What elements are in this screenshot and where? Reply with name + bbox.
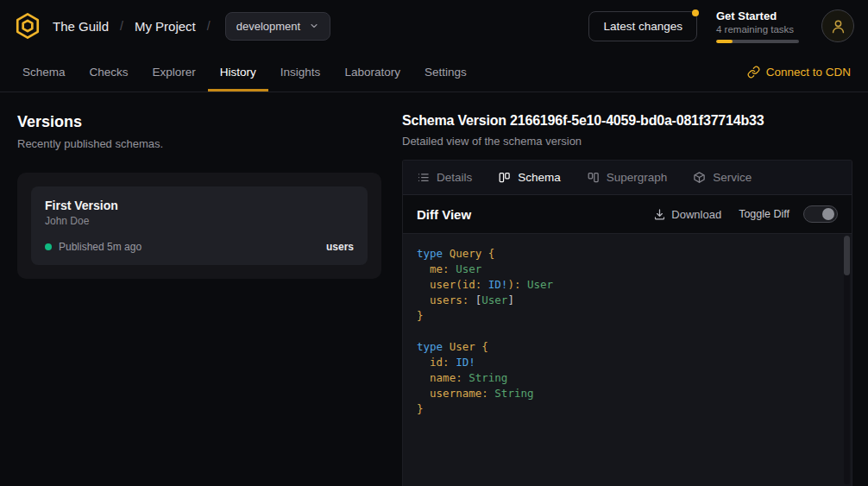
get-started-progress bbox=[716, 40, 799, 43]
toggle-diff-knob bbox=[822, 208, 834, 220]
app-root: The Guild / My Project / development Lat… bbox=[0, 0, 868, 486]
version-author: John Doe bbox=[45, 215, 354, 227]
download-button[interactable]: Download bbox=[653, 208, 721, 221]
code-scrollbar[interactable] bbox=[844, 236, 850, 484]
main-nav: Schema Checks Explorer History Insights … bbox=[0, 52, 868, 92]
download-label: Download bbox=[671, 208, 721, 221]
version-name: First Version bbox=[45, 199, 354, 212]
code-scrollbar-thumb[interactable] bbox=[844, 236, 850, 275]
cube-icon bbox=[693, 171, 706, 184]
tab-schema[interactable]: Schema bbox=[10, 52, 78, 92]
download-icon bbox=[653, 208, 666, 221]
tab-service-label: Service bbox=[713, 171, 752, 184]
versions-title: Versions bbox=[17, 113, 381, 131]
top-bar-actions: Latest changes Get Started 4 remaining t… bbox=[588, 9, 854, 43]
person-icon bbox=[830, 18, 846, 35]
link-icon bbox=[747, 66, 760, 79]
tab-schema-view[interactable]: Schema bbox=[498, 171, 561, 184]
version-status: Published 5m ago bbox=[59, 241, 142, 253]
schema-panel: Details Schema Supergraph bbox=[402, 160, 852, 486]
code-viewer[interactable]: type Query { me: User user(id: ID!): Use… bbox=[403, 233, 852, 486]
version-detail-title: Schema Version 2166196f-5e10-4059-bd0a-0… bbox=[402, 113, 852, 129]
version-service-badge: users bbox=[326, 241, 354, 253]
breadcrumb-separator: / bbox=[120, 19, 123, 33]
versions-card: First Version John Doe Published 5m ago … bbox=[17, 173, 381, 279]
schema-panel-tabs: Details Schema Supergraph bbox=[403, 161, 852, 195]
page-content: Versions Recently published schemas. Fir… bbox=[0, 92, 868, 486]
columns-icon bbox=[498, 171, 511, 184]
toggle-diff-switch[interactable] bbox=[803, 205, 838, 223]
tab-details[interactable]: Details bbox=[417, 171, 472, 184]
notification-dot bbox=[692, 9, 699, 16]
top-bar: The Guild / My Project / development Lat… bbox=[0, 0, 868, 52]
tab-explorer[interactable]: Explorer bbox=[141, 52, 208, 92]
get-started-title: Get Started bbox=[716, 9, 802, 22]
breadcrumb-project[interactable]: My Project bbox=[135, 19, 196, 34]
tab-supergraph[interactable]: Supergraph bbox=[587, 171, 668, 184]
hive-logo[interactable] bbox=[14, 12, 41, 40]
latest-changes-label: Latest changes bbox=[603, 20, 682, 33]
get-started-widget[interactable]: Get Started 4 remaining tasks bbox=[716, 9, 802, 43]
version-list-item[interactable]: First Version John Doe Published 5m ago … bbox=[31, 186, 368, 265]
versions-panel: Versions Recently published schemas. Fir… bbox=[17, 113, 381, 486]
latest-changes-button[interactable]: Latest changes bbox=[588, 11, 697, 41]
columns-alt-icon bbox=[587, 171, 600, 184]
get-started-progress-fill bbox=[716, 40, 733, 43]
tab-insights[interactable]: Insights bbox=[268, 52, 333, 92]
code-block: type Query { me: User user(id: ID!): Use… bbox=[403, 234, 852, 429]
target-selector[interactable]: development bbox=[225, 12, 330, 41]
toggle-diff-label: Toggle Diff bbox=[739, 208, 789, 220]
tab-checks[interactable]: Checks bbox=[78, 52, 141, 92]
tab-details-label: Details bbox=[437, 171, 472, 184]
get-started-subtitle: 4 remaining tasks bbox=[716, 24, 802, 35]
list-icon bbox=[417, 171, 430, 184]
user-avatar[interactable] bbox=[821, 9, 854, 42]
main-nav-tabs: Schema Checks Explorer History Insights … bbox=[10, 52, 479, 92]
diff-toolbar: Diff View Download Toggle Diff bbox=[403, 195, 852, 233]
breadcrumb: The Guild / My Project / development bbox=[14, 12, 330, 41]
connect-cdn-button[interactable]: Connect to CDN bbox=[739, 52, 859, 92]
diff-view-title: Diff View bbox=[417, 207, 471, 222]
tab-history[interactable]: History bbox=[208, 52, 268, 92]
breadcrumb-separator: / bbox=[207, 19, 211, 33]
tab-laboratory[interactable]: Laboratory bbox=[332, 52, 412, 92]
versions-subtitle: Recently published schemas. bbox=[17, 137, 381, 150]
tab-schema-view-label: Schema bbox=[518, 171, 561, 184]
version-detail-subtitle: Detailed view of the schema version bbox=[402, 135, 852, 148]
connect-cdn-label: Connect to CDN bbox=[766, 66, 851, 79]
chevron-down-icon bbox=[309, 21, 319, 31]
tab-supergraph-label: Supergraph bbox=[607, 171, 668, 184]
version-detail-panel: Schema Version 2166196f-5e10-4059-bd0a-0… bbox=[402, 113, 852, 486]
tab-service[interactable]: Service bbox=[693, 171, 752, 184]
published-dot bbox=[45, 243, 52, 250]
target-selector-value: development bbox=[236, 20, 300, 33]
hive-logo-icon bbox=[14, 12, 41, 40]
diff-actions: Download Toggle Diff bbox=[653, 205, 838, 223]
tab-settings[interactable]: Settings bbox=[412, 52, 479, 92]
version-status-row: Published 5m ago users bbox=[45, 241, 354, 253]
breadcrumb-org[interactable]: The Guild bbox=[53, 19, 109, 34]
